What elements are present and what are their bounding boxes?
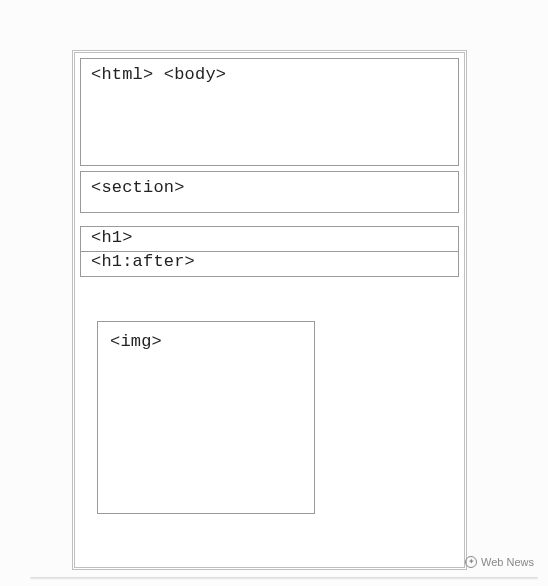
html-body-label: <html> <body>: [91, 65, 226, 84]
img-box: <img>: [97, 321, 315, 514]
html-body-box: <html> <body>: [80, 58, 459, 166]
diagram-container: <html> <body> <section> <h1> <h1:after> …: [72, 50, 467, 570]
watermark: ✦ Web News: [465, 556, 534, 568]
section-label: <section>: [91, 178, 185, 197]
img-label: <img>: [110, 332, 162, 351]
watermark-icon: ✦: [465, 556, 477, 568]
h1-box: <h1>: [80, 226, 459, 252]
h1-after-box: <h1:after>: [80, 251, 459, 277]
section-box: <section>: [80, 171, 459, 213]
h1-after-label: <h1:after>: [91, 252, 195, 271]
bottom-shadow: [30, 577, 538, 580]
h1-label: <h1>: [91, 228, 133, 247]
watermark-text: Web News: [481, 556, 534, 568]
